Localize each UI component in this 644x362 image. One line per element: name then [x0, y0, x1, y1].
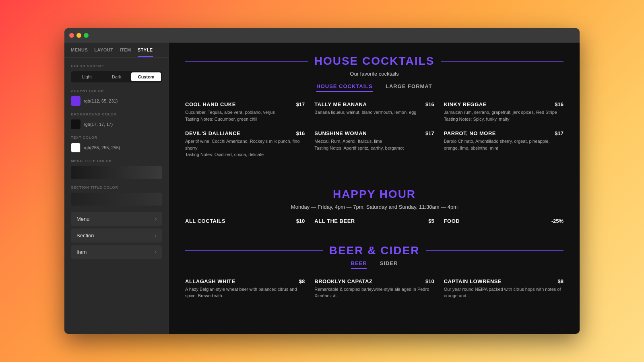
item-price: $8: [299, 278, 305, 284]
tab-large-format[interactable]: LARGE FORMAT: [386, 83, 432, 92]
happy-hour-section: HAPPY HOUR Monday — Friday, 4pm — 7pm; S…: [169, 176, 580, 232]
accent-color-swatch[interactable]: [71, 96, 80, 106]
scheme-custom[interactable]: Custom: [131, 72, 161, 81]
menu-item-kinky-reggae: KINKY REGGAE $16 Jamaican rum, serrano, …: [444, 101, 564, 122]
color-scheme-section: COLOR SCHEME Light Dark Custom: [64, 64, 169, 89]
tab-item[interactable]: ITEM: [120, 47, 131, 57]
menu-title-color-preview[interactable]: [71, 166, 162, 179]
menu-item-cool-hand-cuke: COOL HAND CUKE $17 Cucumber, Tequila, al…: [185, 101, 305, 122]
traffic-lights: [69, 33, 89, 38]
item-name: PARROT, NO MORE: [444, 130, 496, 136]
accent-color-label: ACCENT COLOR: [71, 89, 162, 93]
tab-menus[interactable]: MENUS: [71, 47, 88, 57]
menu-item-tally-banana: TALLY ME BANANA $16 Banana liqueur, waln…: [314, 101, 434, 122]
house-cocktails-section: HOUSE COCKTAILS Our favorite cocktails H…: [169, 43, 580, 176]
menu-item-header: SUNSHINE WOMAN $17: [314, 130, 434, 136]
menu-item-header: PARROT, NO MORE $17: [444, 130, 564, 136]
close-button[interactable]: [69, 33, 74, 38]
accent-color-value: rgb(112, 65, 231): [84, 99, 118, 103]
item-desc: Banana liqueur, walnut, blanc vermouth, …: [314, 109, 434, 116]
tab-sider[interactable]: SIDER: [380, 260, 398, 269]
simple-item-name: FOOD: [444, 218, 460, 224]
color-scheme-label: COLOR SCHEME: [71, 64, 162, 68]
tab-house-cocktails[interactable]: HOUSE COCKTAILS: [316, 83, 373, 92]
item-name: BROOKLYN CAPATAZ: [314, 278, 372, 284]
text-color-section: TEXT COLOR rgb(255, 255, 255): [64, 136, 169, 159]
menu-item-parrot-no-more: PARROT, NO MORE $17 Barolo Chinato, Amon…: [444, 130, 564, 158]
happy-hour-subtitle: Monday — Friday, 4pm — 7pm; Saturday and…: [185, 204, 564, 210]
beer-cider-tabs: BEER SIDER: [185, 260, 564, 269]
text-color-row: rgb(255, 255, 255): [71, 143, 162, 152]
item-name: ALLAGASH WHITE: [185, 278, 235, 284]
tab-layout[interactable]: LAYOUT: [94, 47, 113, 57]
menu-item-header: KINKY REGGAE $16: [444, 101, 564, 107]
item-price: $17: [555, 130, 564, 136]
beer-cider-title: BEER & CIDER: [329, 244, 420, 257]
titlebar: [64, 28, 580, 43]
beer-cider-title-block: BEER & CIDER: [185, 244, 564, 257]
item-desc: Aperitif wine, Cocchi Americano, Rockey'…: [185, 138, 305, 158]
title-line-left: [185, 250, 323, 251]
sidebar-nav-item-label: Item: [76, 249, 87, 255]
menu-item-header: DEVIL'S DALLIANCE $16: [185, 130, 305, 136]
background-color-section: BACKGROUND COLOR rgb(17, 17, 17): [64, 112, 169, 136]
title-line-left: [185, 194, 326, 194]
menu-item-header: BROOKLYN CAPATAZ $10: [314, 278, 434, 284]
background-color-swatch[interactable]: [71, 119, 80, 129]
accent-color-section: ACCENT COLOR rgb(112, 65, 231): [64, 89, 169, 112]
house-cocktails-title: HOUSE COCKTAILS: [314, 55, 435, 68]
minimize-button[interactable]: [76, 33, 81, 38]
menu-item-devils-dalliance: DEVIL'S DALLIANCE $16 Aperitif wine, Coc…: [185, 130, 305, 158]
chevron-right-icon: ›: [155, 216, 157, 222]
menu-item-sunshine-woman: SUNSHINE WOMAN $17 Mezcal, Rum, Aperol, …: [314, 130, 434, 158]
sidebar-tabs: MENUS LAYOUT ITEM STYLE: [64, 43, 169, 58]
item-price: $16: [296, 130, 305, 136]
chevron-right-icon: ›: [155, 249, 157, 255]
item-name: SUNSHINE WOMAN: [314, 130, 367, 136]
item-desc: Remarkable & complex barleywine-style al…: [314, 286, 434, 299]
maximize-button[interactable]: [84, 33, 89, 38]
title-line-left: [185, 61, 308, 62]
menu-item-header: COOL HAND CUKE $17: [185, 101, 305, 107]
menu-title-color-section: MENU TITLE COLOR: [64, 159, 169, 185]
sidebar-nav-item[interactable]: Item ›: [71, 245, 162, 259]
tab-style[interactable]: STYLE: [138, 47, 153, 57]
sidebar: MENUS LAYOUT ITEM STYLE COLOR SCHEME Lig…: [64, 43, 169, 334]
item-name: KINKY REGGAE: [444, 101, 487, 107]
beer-items-grid: ALLAGASH WHITE $8 A hazy Belgian-style w…: [185, 278, 564, 299]
happy-hour-title: HAPPY HOUR: [333, 188, 416, 201]
happy-hour-title-block: HAPPY HOUR: [185, 188, 564, 201]
happy-hour-items: ALL COCTAILS $10 ALL THE BEER $5 FOOD -2…: [185, 218, 564, 224]
section-title-color-section: SECTION TITLE COLOR: [64, 185, 169, 212]
item-price: $17: [296, 101, 305, 107]
tab-beer[interactable]: BEER: [351, 260, 367, 269]
main-content: HOUSE COCKTAILS Our favorite cocktails H…: [169, 43, 580, 334]
menu-item-header: CAPTAIN LOWRENSE $8: [444, 278, 564, 284]
item-desc: A hazy Belgian-style wheat beer with bal…: [185, 286, 305, 299]
scheme-light[interactable]: Light: [72, 72, 102, 81]
item-name: TALLY ME BANANA: [314, 101, 367, 107]
menu-title-color-label: MENU TITLE COLOR: [71, 159, 162, 163]
sidebar-nav-menu-label: Menu: [76, 216, 90, 222]
sidebar-nav-section-label: Section: [76, 232, 94, 239]
sidebar-nav-section[interactable]: Section ›: [71, 228, 162, 243]
title-line-right: [426, 250, 564, 251]
background-color-row: rgb(17, 17, 17): [71, 119, 162, 129]
text-color-swatch[interactable]: [71, 143, 80, 152]
scheme-dark[interactable]: Dark: [102, 72, 132, 81]
background-color-label: BACKGROUND COLOR: [71, 112, 162, 116]
simple-item-food: FOOD -25%: [444, 218, 564, 224]
item-price: $17: [425, 130, 434, 136]
house-cocktails-title-block: HOUSE COCKTAILS: [185, 55, 564, 68]
menu-item-allagash: ALLAGASH WHITE $8 A hazy Belgian-style w…: [185, 278, 305, 299]
section-title-color-preview[interactable]: [71, 193, 162, 206]
sidebar-nav-menu[interactable]: Menu ›: [71, 212, 162, 226]
color-scheme-group: Light Dark Custom: [71, 71, 162, 82]
simple-item-cocktails: ALL COCTAILS $10: [185, 218, 305, 224]
simple-item-price: -25%: [551, 218, 564, 224]
simple-item-beer: ALL THE BEER $5: [314, 218, 434, 224]
item-desc: Jamaican rum, serrano, grapefruit, jerk …: [444, 109, 564, 122]
item-desc: Cucumber, Tequila, aloe vera, poblano, v…: [185, 109, 305, 122]
item-desc: Our year round NEIPA packed with citrus …: [444, 286, 564, 299]
beer-cider-section: BEER & CIDER BEER SIDER ALLAGASH WHITE $…: [169, 232, 580, 317]
